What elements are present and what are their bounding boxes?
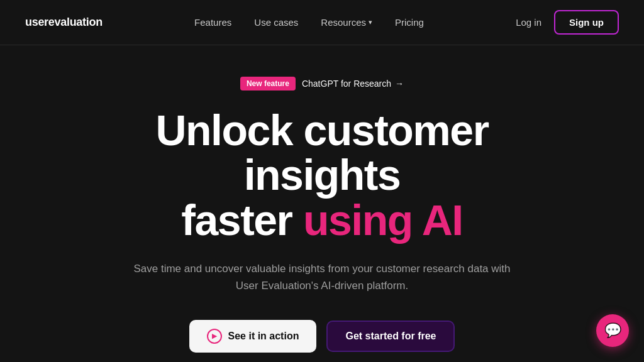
chat-bubble[interactable]: 💬: [596, 314, 629, 347]
see-action-label: See it in action: [228, 331, 299, 342]
cta-buttons: ▶ See it in action Get started for free: [189, 320, 455, 353]
chevron-down-icon: ▾: [369, 18, 372, 26]
nav-links: Features Use cases Resources ▾ Pricing: [194, 17, 424, 28]
nav-item-resources[interactable]: Resources ▾: [321, 17, 372, 28]
see-action-button[interactable]: ▶ See it in action: [189, 320, 317, 353]
hero-subtitle: Save time and uncover valuable insights …: [133, 260, 511, 294]
new-feature-badge: New feature: [240, 77, 296, 90]
feature-badge: New feature ChatGPT for Research →: [240, 77, 404, 90]
hero-section: New feature ChatGPT for Research → Unloc…: [0, 45, 644, 353]
navbar: userevaluation Features Use cases Resour…: [0, 0, 644, 45]
nav-actions: Log in Sign up: [516, 10, 619, 35]
login-button[interactable]: Log in: [516, 17, 541, 28]
signup-button[interactable]: Sign up: [554, 10, 619, 35]
get-started-button[interactable]: Get started for free: [326, 321, 455, 352]
hero-title-line2-plain: faster: [181, 196, 303, 244]
play-icon: ▶: [207, 329, 222, 344]
nav-item-pricing[interactable]: Pricing: [395, 17, 424, 28]
nav-item-usecases[interactable]: Use cases: [254, 17, 298, 28]
chat-icon: 💬: [604, 324, 621, 337]
hero-title-line1: Unlock customer insights: [155, 106, 488, 199]
chatgpt-feature-link[interactable]: ChatGPT for Research →: [302, 79, 404, 89]
nav-resources-label: Resources: [321, 17, 366, 28]
arrow-right-icon: →: [395, 79, 404, 89]
badge-link-label: ChatGPT for Research: [302, 79, 391, 89]
hero-title-highlight: using AI: [303, 196, 463, 244]
hero-title: Unlock customer insights faster using AI: [77, 108, 567, 243]
logo[interactable]: userevaluation: [25, 16, 103, 29]
nav-item-features[interactable]: Features: [194, 17, 231, 28]
